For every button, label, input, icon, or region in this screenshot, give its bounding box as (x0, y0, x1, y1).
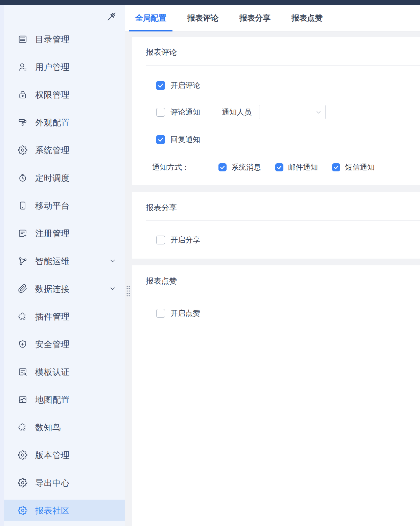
sidebar-item-label: 定时调度 (35, 172, 70, 184)
shield-plus-icon (18, 339, 27, 349)
sms-notify-label: 短信通知 (345, 162, 375, 172)
notify-method-group: 系统消息邮件通知短信通知 (218, 162, 389, 172)
check-icon (157, 136, 164, 143)
comment-notify-row: 评论通知 通知人员 (132, 105, 420, 119)
user-icon (18, 62, 27, 72)
puzzle-icon (18, 423, 27, 432)
sidebar-item-register[interactable]: 注册管理 (4, 222, 125, 244)
main-panel: 全局配置报表评论报表分享报表点赞 报表评论 开启评论 评论通知 通知人员 (125, 5, 420, 526)
sidebar-item-label: 智能运维 (35, 256, 70, 267)
network-icon (18, 256, 27, 266)
enable-comment-checkbox[interactable] (156, 81, 165, 90)
comment-notify-checkbox[interactable] (156, 108, 165, 117)
sidebar-item-plugins[interactable]: 插件管理 (4, 306, 125, 327)
chevron-down-icon (109, 257, 116, 265)
tab-report-share[interactable]: 报表分享 (233, 5, 277, 31)
section-report-share: 报表分享 开启分享 (132, 192, 420, 259)
section-report-comment: 报表评论 开启评论 评论通知 通知人员 回复通知 (132, 37, 420, 185)
check-icon (333, 164, 339, 170)
sidebar-item-system[interactable]: 系统管理 (4, 139, 125, 161)
sidebar-item-mobile[interactable]: 移动平台 (4, 195, 125, 216)
sms-notify-checkbox[interactable] (332, 163, 340, 171)
gear-icon (18, 506, 27, 515)
sidebar-item-export[interactable]: 导出中心 (4, 472, 125, 494)
sidebar-item-label: 数据连接 (35, 283, 70, 294)
enable-like-row: 开启点赞 (132, 308, 420, 318)
notify-method-sms-notify: 短信通知 (332, 162, 375, 172)
tab-report-like[interactable]: 报表点赞 (285, 5, 329, 31)
sidebar-item-label: 注册管理 (35, 228, 70, 239)
template-cert-icon (18, 367, 27, 377)
sidebar-item-label: 导出中心 (35, 477, 70, 488)
enable-share-row: 开启分享 (132, 235, 420, 245)
drag-dots-icon (126, 285, 130, 297)
section-report-like: 报表点赞 开启点赞 (132, 265, 420, 526)
enable-share-checkbox[interactable] (156, 236, 165, 244)
sidebar-item-users[interactable]: 用户管理 (4, 56, 125, 78)
section-divider (146, 220, 420, 221)
notify-method-row: 通知方式： 系统消息邮件通知短信通知 (132, 162, 420, 172)
puzzle-icon (18, 312, 27, 321)
notify-person-select[interactable] (259, 105, 326, 119)
sidebar-resize-handle[interactable] (126, 285, 130, 297)
sidebar-item-label: 数知鸟 (35, 422, 61, 433)
gear-icon (18, 478, 27, 487)
sidebar-item-label: 目录管理 (35, 34, 70, 45)
sidebar-item-label: 安全管理 (35, 339, 70, 350)
sidebar-item-label: 模板认证 (35, 366, 70, 378)
tab-global-config[interactable]: 全局配置 (129, 5, 172, 31)
sidebar-item-schedule[interactable]: 定时调度 (4, 167, 125, 189)
comment-notify-label: 评论通知 (170, 107, 200, 117)
sidebar-item-label: 版本管理 (35, 450, 70, 461)
enable-like-checkbox[interactable] (156, 309, 165, 318)
user-icon (18, 62, 27, 72)
check-icon (276, 164, 282, 170)
content-area: 报表评论 开启评论 评论通知 通知人员 回复通知 (125, 32, 420, 526)
reply-notify-label: 回复通知 (170, 135, 200, 145)
chevron-down-icon (109, 285, 116, 292)
sidebar-item-catalog[interactable]: 目录管理 (4, 28, 125, 50)
system-message-checkbox[interactable] (218, 163, 227, 171)
gear-icon (18, 506, 27, 515)
paperclip-icon (18, 284, 27, 293)
timer-icon (18, 173, 27, 183)
sidebar-item-dataconn[interactable]: 数据连接 (4, 278, 125, 300)
catalog-list-icon (18, 34, 27, 44)
sidebar-item-perms[interactable]: 权限管理 (4, 84, 125, 105)
reply-notify-checkbox[interactable] (156, 135, 165, 144)
sidebar-item-aiops[interactable]: 智能运维 (4, 250, 125, 272)
sidebar-item-shuzhiniao[interactable]: 数知鸟 (4, 416, 125, 438)
gear-icon (18, 478, 27, 487)
enable-comment-label: 开启评论 (170, 80, 200, 91)
map-icon (18, 395, 27, 404)
lock-icon (18, 90, 27, 99)
left-edge-strip (0, 5, 4, 526)
mobile-icon (18, 201, 27, 210)
sidebar-item-map[interactable]: 地图配置 (4, 389, 125, 410)
sidebar-header (4, 5, 125, 28)
sidebar-item-security[interactable]: 安全管理 (4, 333, 125, 355)
unpin-sidebar-button[interactable] (107, 11, 117, 22)
tab-bar: 全局配置报表评论报表分享报表点赞 (125, 5, 420, 32)
section-divider (146, 294, 420, 294)
sidebar-item-community[interactable]: 报表社区 (4, 500, 125, 521)
sidebar: 目录管理用户管理权限管理外观配置系统管理定时调度移动平台注册管理智能运维数据连接… (4, 5, 125, 526)
sidebar-item-appearance[interactable]: 外观配置 (4, 112, 125, 133)
sidebar-item-versions[interactable]: 版本管理 (4, 444, 125, 466)
chevron-down-icon (315, 109, 322, 116)
sidebar-item-label: 系统管理 (35, 145, 70, 156)
catalog-list-icon (18, 34, 27, 44)
top-accent-bar (0, 0, 420, 5)
sidebar-menu: 目录管理用户管理权限管理外观配置系统管理定时调度移动平台注册管理智能运维数据连接… (4, 28, 125, 521)
timer-icon (18, 173, 27, 183)
shield-plus-icon (18, 339, 27, 349)
gear-icon (18, 145, 27, 155)
tab-report-comment[interactable]: 报表评论 (181, 5, 225, 31)
sidebar-item-template[interactable]: 模板认证 (4, 361, 125, 383)
check-icon (157, 82, 164, 89)
chevron-down-icon (109, 285, 116, 292)
email-notify-checkbox[interactable] (275, 163, 283, 171)
paint-roller-icon (18, 118, 27, 127)
puzzle-icon (18, 423, 27, 432)
section-divider (146, 65, 420, 66)
